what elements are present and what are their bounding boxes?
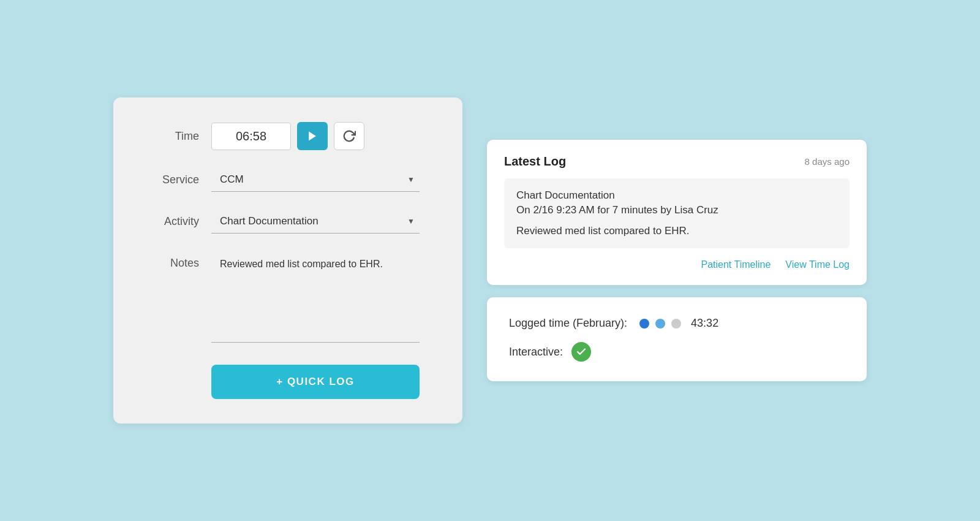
- play-icon: [306, 130, 318, 142]
- checkmark-icon: [576, 346, 587, 357]
- quick-log-form: Time Service CCM TCM RPM BHI: [113, 97, 462, 424]
- reset-button[interactable]: [334, 122, 364, 150]
- service-row: Service CCM TCM RPM BHI: [138, 167, 438, 192]
- logged-time-label: Logged time (February):: [509, 317, 627, 330]
- service-select[interactable]: CCM TCM RPM BHI: [211, 167, 420, 192]
- activity-select[interactable]: Chart Documentation Care Plan Phone Call…: [211, 209, 420, 234]
- log-content-box: Chart Documentation On 2/16 9:23 AM for …: [504, 178, 850, 248]
- right-panel: Latest Log 8 days ago Chart Documentatio…: [487, 140, 867, 381]
- svg-marker-0: [309, 132, 316, 141]
- time-label: Time: [138, 130, 199, 143]
- log-meta: On 2/16 9:23 AM for 7 minutes by Lisa Cr…: [516, 204, 837, 216]
- play-button[interactable]: [297, 122, 328, 150]
- log-notes: Reviewed med list compared to EHR.: [516, 225, 837, 237]
- latest-log-title: Latest Log: [504, 154, 566, 169]
- activity-select-wrapper: Chart Documentation Care Plan Phone Call…: [211, 209, 420, 234]
- patient-timeline-link[interactable]: Patient Timeline: [701, 259, 771, 270]
- notes-row: Notes Reviewed med list compared to EHR.: [138, 251, 438, 343]
- latest-log-card: Latest Log 8 days ago Chart Documentatio…: [487, 140, 867, 285]
- interactive-check: [571, 342, 591, 362]
- view-time-log-link[interactable]: View Time Log: [785, 259, 850, 270]
- latest-log-header: Latest Log 8 days ago: [504, 154, 850, 169]
- log-activity: Chart Documentation: [516, 189, 837, 202]
- dot-1: [639, 319, 649, 329]
- activity-label: Activity: [138, 215, 199, 228]
- service-select-wrapper: CCM TCM RPM BHI: [211, 167, 420, 192]
- log-actions: Patient Timeline View Time Log: [504, 259, 850, 270]
- notes-label: Notes: [138, 257, 199, 270]
- logged-time-row: Logged time (February): 43:32: [509, 317, 845, 330]
- logged-time-value: 43:32: [691, 317, 718, 330]
- service-label: Service: [138, 173, 199, 186]
- time-controls: [211, 122, 364, 150]
- dot-2: [655, 319, 665, 329]
- quick-log-button[interactable]: + QUICK LOG: [211, 365, 420, 399]
- time-input[interactable]: [211, 123, 291, 150]
- interactive-row: Interactive:: [509, 342, 845, 362]
- interactive-label: Interactive:: [509, 346, 563, 359]
- activity-row: Activity Chart Documentation Care Plan P…: [138, 209, 438, 234]
- latest-log-time-ago: 8 days ago: [805, 156, 850, 167]
- logged-time-card: Logged time (February): 43:32 Interactiv…: [487, 297, 867, 381]
- notes-textarea[interactable]: Reviewed med list compared to EHR.: [211, 251, 420, 343]
- time-row: Time: [138, 122, 438, 150]
- dot-3: [671, 319, 681, 329]
- reset-icon: [342, 129, 356, 143]
